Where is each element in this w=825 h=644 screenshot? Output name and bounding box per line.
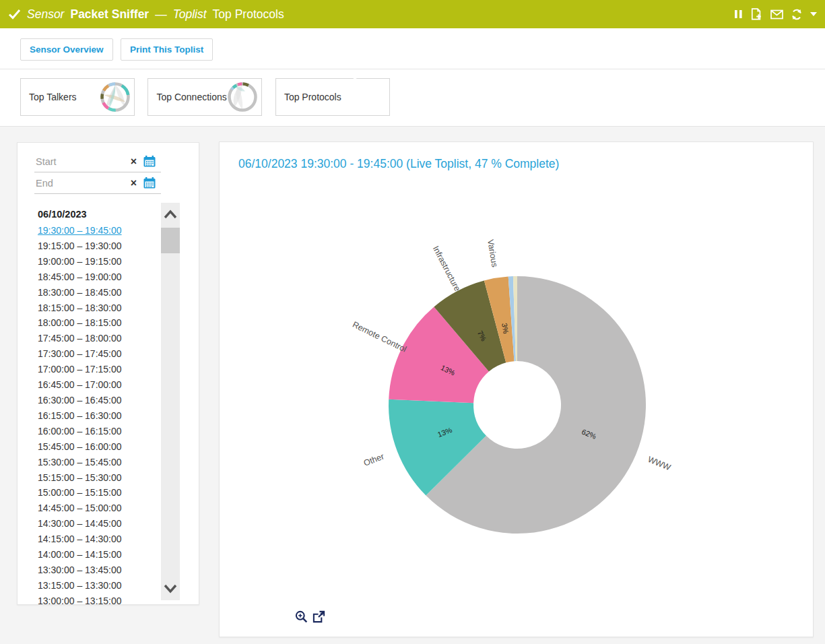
breadcrumb-sensor-name: Packet Sniffer — [70, 7, 149, 22]
interval-link[interactable]: 13:30:00 – 13:45:00 — [38, 562, 122, 578]
interval-link[interactable]: 13:00:00 – 13:15:00 — [38, 593, 122, 609]
chord-diagram-icon — [227, 82, 258, 112]
slice-name-label: Various — [486, 238, 500, 267]
tab-top-connections[interactable]: Top Connections — [147, 78, 262, 116]
interval-link[interactable]: 15:00:00 – 15:15:00 — [38, 485, 122, 501]
interval-link[interactable]: 19:30:00 – 19:45:00 — [38, 223, 122, 238]
sensor-overview-button[interactable]: Sensor Overview — [20, 38, 113, 61]
interval-link[interactable]: 18:00:00 – 18:15:00 — [38, 315, 122, 331]
end-date-field: × — [34, 174, 161, 194]
slice-name-label: Remote Control — [351, 320, 408, 354]
zoom-in-icon[interactable] — [295, 610, 308, 623]
protocols-donut-chart: 62%WWW13%Other13%Remote Control7%Infrast… — [220, 169, 814, 619]
interval-link[interactable]: 16:15:00 – 16:30:00 — [38, 408, 122, 424]
donut-chart-icon — [355, 82, 386, 112]
breadcrumb-separator: — — [155, 7, 167, 22]
tab-label: Top Talkers — [29, 92, 77, 102]
scroll-down-button[interactable] — [161, 579, 180, 599]
interval-link[interactable]: 17:45:00 – 18:00:00 — [38, 331, 122, 346]
end-calendar-icon[interactable] — [143, 177, 156, 189]
tab-label: Top Protocols — [284, 92, 341, 102]
breadcrumb-toplist-name: Top Protocols — [213, 7, 284, 22]
interval-link[interactable]: 14:30:00 – 14:45:00 — [38, 516, 122, 532]
check-icon — [8, 9, 21, 20]
tab-top-talkers[interactable]: Top Talkers — [20, 78, 135, 116]
chevron-down-icon — [162, 583, 178, 594]
breadcrumb-sensor-label: Sensor — [27, 7, 64, 22]
interval-link[interactable]: 15:30:00 – 15:45:00 — [38, 455, 122, 470]
slice-name-label: Other — [362, 451, 385, 468]
interval-link[interactable]: 15:45:00 – 16:00:00 — [38, 439, 122, 455]
scrollbar-thumb[interactable] — [161, 228, 180, 253]
interval-link[interactable]: 16:00:00 – 16:15:00 — [38, 424, 122, 439]
interval-link[interactable]: 17:30:00 – 17:45:00 — [38, 346, 122, 362]
chevron-up-icon — [162, 209, 178, 220]
interval-link[interactable]: 18:45:00 – 19:00:00 — [38, 269, 122, 285]
clear-end-icon[interactable]: × — [131, 177, 137, 189]
toplist-tabs-row: Top Talkers Top Connections — [0, 69, 825, 127]
interval-link[interactable]: 19:15:00 – 19:30:00 — [38, 238, 122, 254]
breadcrumb: Sensor Packet Sniffer — Toplist Top Prot… — [8, 7, 284, 22]
email-icon[interactable] — [770, 9, 783, 20]
start-date-input[interactable] — [34, 152, 129, 167]
interval-link[interactable]: 17:00:00 – 17:15:00 — [38, 362, 122, 377]
chord-diagram-icon — [100, 82, 131, 112]
interval-link[interactable]: 18:30:00 – 18:45:00 — [38, 285, 122, 300]
print-toplist-button[interactable]: Print This Toplist — [121, 38, 213, 61]
open-external-icon[interactable] — [312, 610, 325, 623]
refresh-icon[interactable] — [791, 9, 803, 20]
interval-scrollbar — [161, 203, 180, 600]
slice-name-label: WWW — [647, 455, 672, 473]
interval-link[interactable]: 19:00:00 – 19:15:00 — [38, 254, 122, 269]
refresh-dropdown-caret-icon[interactable] — [810, 12, 817, 16]
header-bar: Sensor Packet Sniffer — Toplist Top Prot… — [0, 0, 825, 28]
pause-icon[interactable] — [734, 9, 743, 20]
interval-sidebar: × × — [17, 142, 199, 605]
start-calendar-icon[interactable] — [143, 156, 156, 167]
interval-link[interactable]: 14:15:00 – 14:30:00 — [38, 532, 122, 547]
tab-label: Top Connections — [156, 92, 226, 102]
interval-link[interactable]: 18:15:00 – 18:30:00 — [38, 300, 122, 316]
start-date-field: × — [34, 152, 161, 172]
interval-link[interactable]: 14:45:00 – 15:00:00 — [38, 501, 122, 516]
breadcrumb-toplist-label: Toplist — [173, 7, 207, 22]
scroll-up-button[interactable] — [161, 204, 180, 224]
interval-link[interactable]: 15:15:00 – 15:30:00 — [38, 470, 122, 486]
add-report-icon[interactable] — [750, 8, 763, 20]
toolbar-row: Sensor Overview Print This Toplist — [0, 28, 825, 69]
slice-name-label: Infrastructure — [431, 245, 463, 293]
interval-link[interactable]: 14:00:00 – 14:15:00 — [38, 547, 122, 562]
clear-start-icon[interactable]: × — [131, 156, 137, 168]
toplist-chart-panel: 06/10/2023 19:30:00 - 19:45:00 (Live Top… — [219, 141, 814, 637]
interval-link[interactable]: 16:45:00 – 17:00:00 — [38, 377, 122, 393]
tab-top-protocols[interactable]: Top Protocols — [275, 78, 390, 116]
end-date-input[interactable] — [34, 174, 129, 189]
interval-link[interactable]: 16:30:00 – 16:45:00 — [38, 393, 122, 408]
interval-link[interactable]: 13:15:00 – 13:30:00 — [38, 578, 122, 593]
